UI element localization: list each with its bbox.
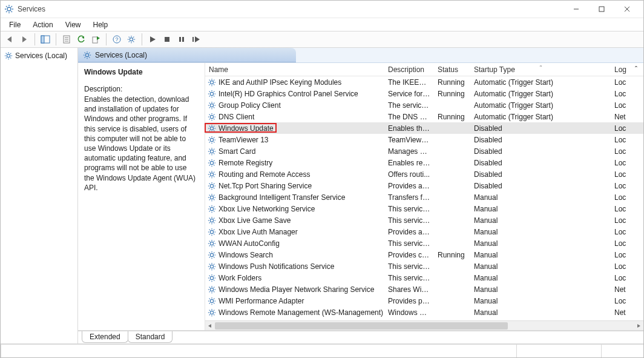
service-status: Running xyxy=(434,78,470,87)
svg-marker-13 xyxy=(7,36,12,42)
pane-header: Services (Local) xyxy=(78,48,296,62)
col-header-logon[interactable]: Log xyxy=(611,65,632,74)
gear-icon xyxy=(208,205,216,213)
service-row[interactable]: Work FoldersThis service ...ManualLoc xyxy=(205,272,643,283)
vscroll-up-icon[interactable]: ˆ xyxy=(632,65,640,74)
service-description: Enables rem... xyxy=(384,159,434,167)
service-name: WWAN AutoConfig xyxy=(218,239,280,248)
service-name: Background Intelligent Transfer Service xyxy=(218,193,345,202)
scroll-right-icon[interactable] xyxy=(634,321,643,331)
pause-service-icon[interactable] xyxy=(175,33,188,46)
svg-rect-16 xyxy=(41,36,44,43)
refresh-icon[interactable] xyxy=(74,33,88,46)
status-segment xyxy=(601,345,643,357)
col-header-status[interactable]: Status xyxy=(434,65,470,74)
nav-forward-icon[interactable] xyxy=(18,33,31,46)
export-list-icon[interactable] xyxy=(89,33,102,46)
minimize-button[interactable] xyxy=(564,2,589,16)
separator xyxy=(34,33,35,45)
service-startup: Disabled xyxy=(470,182,611,190)
service-row[interactable]: Windows Media Player Network Sharing Ser… xyxy=(205,283,643,295)
service-startup: Manual xyxy=(470,251,611,259)
service-row[interactable]: Background Intelligent Transfer ServiceT… xyxy=(205,191,643,203)
svg-marker-26 xyxy=(150,36,156,42)
horizontal-scrollbar[interactable] xyxy=(205,320,643,330)
service-name: Windows Media Player Network Sharing Ser… xyxy=(218,285,374,294)
scroll-left-icon[interactable] xyxy=(205,321,215,331)
gear-icon xyxy=(208,285,216,294)
tab-extended[interactable]: Extended xyxy=(82,331,128,343)
hscroll-track[interactable] xyxy=(215,322,634,330)
col-header-name[interactable]: Name xyxy=(205,65,384,74)
menu-help[interactable]: Help xyxy=(87,19,114,30)
menu-view[interactable]: View xyxy=(59,19,87,30)
gear-icon xyxy=(208,147,216,156)
service-row[interactable]: Windows Remote Management (WS-Management… xyxy=(205,307,643,318)
stop-service-icon[interactable] xyxy=(160,33,174,46)
service-row[interactable]: IKE and AuthIP IPsec Keying ModulesThe I… xyxy=(205,76,643,88)
service-logon: Loc xyxy=(611,193,632,202)
window-title: Services xyxy=(18,5,45,13)
column-headers[interactable]: Name Description Status Startup Type ˄ L… xyxy=(205,63,643,76)
service-row[interactable]: Windows UpdateEnables the ...DisabledLoc xyxy=(205,122,643,134)
close-button[interactable] xyxy=(614,2,640,16)
service-row[interactable]: Xbox Live Networking ServiceThis service… xyxy=(205,203,643,214)
service-logon: Loc xyxy=(611,205,632,213)
properties-icon[interactable] xyxy=(60,33,73,46)
service-row[interactable]: Routing and Remote AccessOffers routi...… xyxy=(205,168,643,180)
service-row[interactable]: Group Policy ClientThe service ...Automa… xyxy=(205,99,643,111)
col-header-startup-label: Startup Type xyxy=(474,65,515,74)
col-header-description[interactable]: Description xyxy=(384,65,434,74)
service-row[interactable]: WWAN AutoConfigThis service ...ManualLoc xyxy=(205,237,643,249)
hscroll-thumb[interactable] xyxy=(215,322,508,330)
maximize-button[interactable] xyxy=(589,2,614,16)
service-name: DNS Client xyxy=(218,113,254,121)
service-name: IKE and AuthIP IPsec Keying Modules xyxy=(218,78,341,87)
tree-root-services-local[interactable]: Services (Local) xyxy=(2,50,76,61)
col-header-startup[interactable]: Startup Type ˄ xyxy=(470,65,611,74)
start-service-icon[interactable] xyxy=(146,33,159,46)
service-row[interactable]: Windows Push Notifications ServiceThis s… xyxy=(205,260,643,272)
service-description: This service ... xyxy=(384,274,434,282)
service-description: The IKEEXT ... xyxy=(384,78,434,87)
service-name: Routing and Remote Access xyxy=(218,170,310,179)
service-row[interactable]: Smart CardManages ac...DisabledLoc xyxy=(205,145,643,157)
service-row[interactable]: Net.Tcp Port Sharing ServiceProvides abi… xyxy=(205,180,643,191)
svg-marker-31 xyxy=(195,36,200,42)
service-logon: Loc xyxy=(611,182,632,190)
title-bar[interactable]: Services xyxy=(1,1,643,18)
toolbar-gear-icon[interactable] xyxy=(125,33,138,46)
service-logon: Loc xyxy=(611,297,632,305)
description-label: Description: xyxy=(84,85,199,93)
service-startup: Automatic (Trigger Start) xyxy=(470,78,611,87)
service-startup: Manual xyxy=(470,193,611,202)
service-row[interactable]: DNS ClientThe DNS Cli...RunningAutomatic… xyxy=(205,111,643,122)
tree-root-label: Services (Local) xyxy=(15,51,67,60)
service-row[interactable]: TeamViewer 13TeamViewer...DisabledLoc xyxy=(205,134,643,145)
service-row[interactable]: Windows SearchProvides co...RunningManua… xyxy=(205,249,643,260)
service-logon: Loc xyxy=(611,124,632,133)
service-startup: Manual xyxy=(470,274,611,282)
pane-header-title: Services (Local) xyxy=(95,51,147,59)
service-row[interactable]: Remote RegistryEnables rem...DisabledLoc xyxy=(205,157,643,168)
service-startup: Manual xyxy=(470,228,611,236)
gear-icon xyxy=(208,274,216,282)
menu-action[interactable]: Action xyxy=(27,19,59,30)
show-hide-tree-icon[interactable] xyxy=(39,33,52,46)
separator xyxy=(56,33,56,45)
service-row[interactable]: Xbox Live Auth ManagerProvides au...Manu… xyxy=(205,226,643,237)
service-description: Manages ac... xyxy=(384,147,434,156)
help-icon[interactable]: ? xyxy=(110,33,123,46)
service-row[interactable]: Xbox Live Game SaveThis service ...Manua… xyxy=(205,214,643,226)
service-row[interactable]: WMI Performance AdapterProvides pe...Man… xyxy=(205,295,643,307)
tab-standard[interactable]: Standard xyxy=(128,331,173,343)
menu-file[interactable]: File xyxy=(3,19,27,30)
restart-service-icon[interactable] xyxy=(189,33,203,46)
service-status: Running xyxy=(434,113,470,121)
services-list[interactable]: Name Description Status Startup Type ˄ L… xyxy=(205,63,643,330)
console-tree[interactable]: Services (Local) xyxy=(1,48,78,343)
nav-back-icon[interactable] xyxy=(3,33,16,46)
service-logon: Loc xyxy=(611,251,632,259)
service-logon: Loc xyxy=(611,147,632,156)
service-row[interactable]: Intel(R) HD Graphics Control Panel Servi… xyxy=(205,88,643,99)
